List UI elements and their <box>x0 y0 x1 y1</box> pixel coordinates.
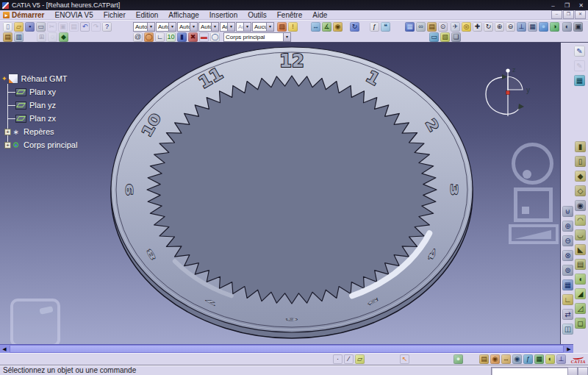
formula-icon[interactable]: ƒ <box>370 22 379 32</box>
point-icon[interactable]: · <box>333 354 343 364</box>
measure-inertia-icon[interactable]: ◉ <box>512 354 522 364</box>
scroll-right-button[interactable]: ▶ <box>564 345 573 353</box>
filter-combo-5[interactable]: Aut▾ <box>220 22 235 32</box>
multi-pad-icon[interactable]: ▤ <box>575 259 586 270</box>
zoom-in-icon[interactable]: ⊕ <box>495 22 504 32</box>
remove-body-icon[interactable]: ⊖ <box>562 235 573 246</box>
monitor-icon[interactable]: ▦ <box>405 22 415 32</box>
filter-combo-1[interactable]: Autom...▾ <box>133 22 155 32</box>
shaft-icon[interactable]: ◆ <box>575 171 586 182</box>
filter-combo-4[interactable]: Auto▾ <box>198 22 219 32</box>
mirror-icon[interactable]: ◫ <box>562 324 573 335</box>
plane-icon[interactable]: ▱ <box>355 354 365 364</box>
catalog-icon[interactable]: ▤ <box>3 32 12 42</box>
tree-item-plan-zx[interactable]: Plan zx <box>1 112 104 125</box>
render-style-icon[interactable]: ◐ <box>562 22 572 32</box>
h-scrollbar[interactable]: ◀ ▶ <box>0 344 573 353</box>
update-icon[interactable]: ↻ <box>350 22 359 32</box>
menu-affichage[interactable]: Affichage <box>163 11 204 19</box>
new-file-icon[interactable]: ▯ <box>3 22 12 32</box>
pocket-icon[interactable]: ▯ <box>575 156 586 167</box>
assemble-body-icon[interactable]: ⊎ <box>562 206 573 217</box>
shading-mode-icon[interactable]: ● <box>539 22 548 32</box>
positioned-sketch-icon[interactable]: ✎ <box>574 60 585 71</box>
analysis-icon[interactable]: ◉ <box>490 354 500 364</box>
tree-expander-reperes[interactable]: + <box>4 129 11 135</box>
link-manager-icon[interactable]: ∞ <box>416 22 426 32</box>
stiffener-icon[interactable]: ◣ <box>575 244 586 255</box>
tree-expander-corps[interactable]: + <box>4 142 11 149</box>
status-expand-button[interactable] <box>578 367 588 375</box>
hole-icon[interactable]: ◉ <box>575 200 586 211</box>
menu-outils[interactable]: Outils <box>243 11 272 19</box>
pad-icon[interactable]: ▮ <box>575 141 586 152</box>
window-close-button[interactable]: ✕ <box>574 1 588 10</box>
shell-icon[interactable]: ◻ <box>575 318 586 329</box>
design-table-icon[interactable]: ▦ <box>574 75 585 86</box>
fly-mode-icon[interactable]: ✈ <box>451 22 460 32</box>
quick-print-icon[interactable]: ▧ <box>440 32 450 42</box>
axis-line-icon[interactable]: ◯ <box>144 32 154 42</box>
measure-between-icon[interactable]: ↔ <box>311 22 320 32</box>
slot-icon[interactable]: ◡ <box>575 229 586 240</box>
power-input-toggle-button[interactable] <box>567 367 578 375</box>
mdi-minimize-button[interactable]: – <box>551 10 562 19</box>
redo-icon[interactable]: ↷ <box>91 22 101 32</box>
intersect-body-icon[interactable]: ⊗ <box>562 250 573 261</box>
camera-icon[interactable]: ▣ <box>573 22 583 32</box>
rib-icon[interactable]: ◠ <box>575 215 586 226</box>
add-body-icon[interactable]: ⊕ <box>562 221 573 232</box>
tree-root-label[interactable]: Réhaut GMT <box>21 74 68 83</box>
paste-icon[interactable]: ▤ <box>69 22 79 32</box>
translate-icon[interactable]: ⇄ <box>562 309 573 320</box>
menu-aide[interactable]: Aide <box>307 11 332 19</box>
measure-b-icon[interactable]: ↔ <box>501 354 511 364</box>
tree-item-plan-yz[interactable]: Plan yz <box>1 99 104 112</box>
undo-icon[interactable]: ↶ <box>80 22 90 32</box>
open-folder-icon[interactable]: ▱ <box>14 22 24 32</box>
constraints-icon[interactable]: 10 <box>166 32 176 42</box>
swap-visible-icon[interactable]: ◐ <box>545 354 555 364</box>
construction-dash-icon[interactable]: ▬ <box>199 32 209 42</box>
copy-icon[interactable]: ▣ <box>58 22 68 32</box>
pan-icon[interactable]: ✚ <box>473 22 482 32</box>
rotate-icon[interactable]: ↻ <box>484 22 493 32</box>
fit-all-icon[interactable]: ◎ <box>462 22 471 32</box>
compass-free-rotation-handle[interactable] <box>506 68 509 72</box>
tools-icon[interactable]: ✖ <box>188 32 198 42</box>
local-axis-icon[interactable]: ∟ <box>562 294 573 305</box>
tree-item-reperes[interactable]: + ∗ Repères <box>1 125 104 138</box>
view-compass[interactable]: z y <box>479 65 541 126</box>
filter-combo-6[interactable]: Aut▾ <box>236 22 251 32</box>
lightbulb-icon[interactable]: ! <box>288 22 298 32</box>
mass-properties-icon[interactable]: ◉ <box>333 22 343 32</box>
search-icon[interactable]: ⊙ <box>438 22 448 32</box>
sketch-icon[interactable]: ◯ <box>210 32 220 42</box>
edge-fillet-icon[interactable]: ◖ <box>575 274 586 285</box>
wedge-overlay-icon[interactable] <box>509 224 559 244</box>
menu-edition[interactable]: Edition <box>131 11 164 19</box>
tree-item-corps-principal[interactable]: + ⚙ Corps principal <box>1 138 104 151</box>
grid-icon[interactable]: ▦ <box>562 279 573 290</box>
catalog-browser-icon[interactable]: ▤ <box>427 22 437 32</box>
cut-icon[interactable]: ✂ <box>47 22 57 32</box>
groove-icon[interactable]: ◇ <box>575 185 586 196</box>
window-maximize-button[interactable]: ❐ <box>560 1 574 10</box>
grid-snap-icon[interactable]: ⊞ <box>37 32 46 42</box>
apply-material-icon[interactable]: ● <box>453 354 463 364</box>
compass-center-handle[interactable] <box>506 91 510 95</box>
filter-combo-2[interactable]: Auto▾ <box>156 22 176 32</box>
hide-show-icon[interactable]: ◑ <box>550 22 559 32</box>
print-icon[interactable]: ▭ <box>36 22 46 32</box>
knowledge-b-icon[interactable]: ƒ <box>523 354 533 364</box>
tree-item-plan-xy[interactable]: Plan xy <box>1 85 104 99</box>
workbench-icon[interactable]: ◆ <box>59 32 68 42</box>
menu-fichier[interactable]: Fichier <box>98 11 131 19</box>
constraints-b-icon[interactable]: ⊥ <box>556 354 566 364</box>
select-arrow-icon[interactable]: ↖ <box>400 354 409 364</box>
square-overlay-icon[interactable] <box>514 188 553 222</box>
scroll-thumb[interactable] <box>10 345 564 353</box>
line-icon[interactable]: ∕ <box>344 354 354 364</box>
browser-icon[interactable]: ▥ <box>14 32 24 42</box>
union-trim-icon[interactable]: ⊚ <box>562 265 573 276</box>
